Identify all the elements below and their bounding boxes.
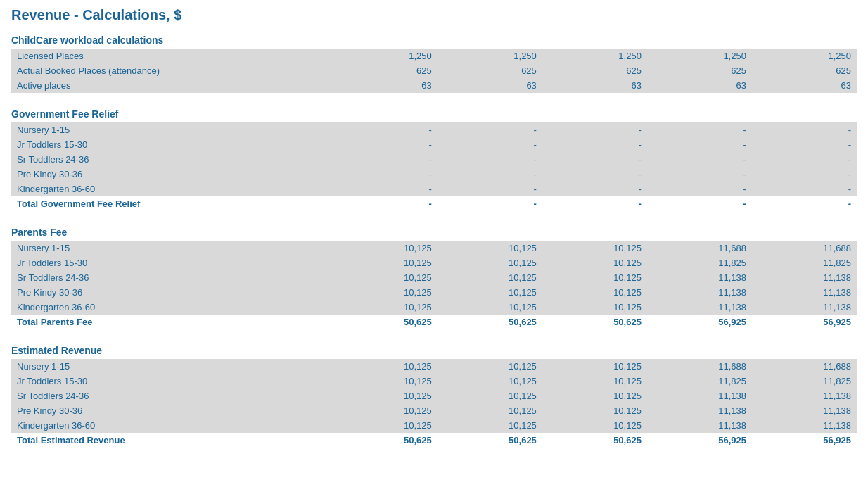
table-row: Sr Toddlers 24-3610,12510,12510,12511,13… bbox=[11, 389, 857, 403]
table-row: Sr Toddlers 24-36----- bbox=[11, 152, 857, 167]
cell-value: - bbox=[333, 196, 438, 211]
cell-value: 50,625 bbox=[542, 315, 647, 329]
cell-value: 10,125 bbox=[333, 300, 438, 315]
cell-value: - bbox=[333, 137, 438, 152]
cell-value: - bbox=[752, 167, 857, 182]
cell-value: 11,688 bbox=[647, 359, 752, 374]
cell-value: - bbox=[542, 122, 647, 137]
table-row: Pre Kindy 30-3610,12510,12510,12511,1381… bbox=[11, 285, 857, 300]
cell-value: 63 bbox=[752, 78, 857, 93]
cell-value: 11,138 bbox=[647, 300, 752, 315]
cell-value: 10,125 bbox=[438, 255, 542, 270]
cell-value: 10,125 bbox=[542, 241, 647, 255]
row-label: Kindergarten 36-60 bbox=[11, 182, 333, 196]
section-estimated-revenue: Estimated RevenueNursery 1-1510,12510,12… bbox=[11, 345, 857, 448]
row-label: Jr Toddlers 15-30 bbox=[11, 255, 333, 270]
cell-value: 10,125 bbox=[333, 270, 438, 285]
row-label: Pre Kindy 30-36 bbox=[11, 403, 333, 418]
cell-value: 56,925 bbox=[647, 433, 752, 448]
cell-value: 63 bbox=[438, 78, 542, 93]
cell-value: 10,125 bbox=[333, 389, 438, 403]
cell-value: 10,125 bbox=[438, 300, 542, 315]
cell-value: - bbox=[438, 152, 542, 167]
cell-value: - bbox=[647, 167, 752, 182]
cell-value: 50,625 bbox=[438, 433, 542, 448]
row-label: Kindergarten 36-60 bbox=[11, 300, 333, 315]
cell-value: - bbox=[438, 167, 542, 182]
cell-value: 10,125 bbox=[542, 285, 647, 300]
cell-value: 10,125 bbox=[438, 270, 542, 285]
cell-value: 63 bbox=[542, 78, 647, 93]
cell-value: 625 bbox=[542, 63, 647, 78]
cell-value: 10,125 bbox=[542, 300, 647, 315]
cell-value: 10,125 bbox=[542, 389, 647, 403]
row-label: Sr Toddlers 24-36 bbox=[11, 152, 333, 167]
section-title-parents-fee: Parents Fee bbox=[11, 227, 857, 238]
cell-value: - bbox=[647, 196, 752, 211]
cell-value: - bbox=[647, 182, 752, 196]
table-row: Kindergarten 36-6010,12510,12510,12511,1… bbox=[11, 418, 857, 433]
row-label: Nursery 1-15 bbox=[11, 122, 333, 137]
row-label: Licensed Places bbox=[11, 49, 333, 63]
cell-value: 11,138 bbox=[647, 403, 752, 418]
cell-value: 1,250 bbox=[333, 49, 438, 63]
cell-value: - bbox=[752, 122, 857, 137]
cell-value: 10,125 bbox=[333, 359, 438, 374]
cell-value: - bbox=[438, 122, 542, 137]
cell-value: 10,125 bbox=[333, 374, 438, 389]
page-title: Revenue - Calculations, $ bbox=[11, 7, 857, 23]
cell-value: 56,925 bbox=[752, 315, 857, 329]
table-row: Kindergarten 36-6010,12510,12510,12511,1… bbox=[11, 300, 857, 315]
cell-value: 625 bbox=[333, 63, 438, 78]
row-label: Total Government Fee Relief bbox=[11, 196, 333, 211]
cell-value: 56,925 bbox=[647, 315, 752, 329]
cell-value: 10,125 bbox=[333, 418, 438, 433]
row-label: Nursery 1-15 bbox=[11, 241, 333, 255]
cell-value: 11,825 bbox=[752, 255, 857, 270]
table-row: Jr Toddlers 15-3010,12510,12510,12511,82… bbox=[11, 255, 857, 270]
cell-value: 11,825 bbox=[752, 374, 857, 389]
cell-value: 11,138 bbox=[752, 418, 857, 433]
table-row: Pre Kindy 30-3610,12510,12510,12511,1381… bbox=[11, 403, 857, 418]
cell-value: 10,125 bbox=[333, 255, 438, 270]
cell-value: - bbox=[752, 196, 857, 211]
section-title-govt-fee-relief: Government Fee Relief bbox=[11, 108, 857, 120]
cell-value: 11,688 bbox=[752, 241, 857, 255]
table-row: Total Parents Fee50,62550,62550,62556,92… bbox=[11, 315, 857, 329]
cell-value: - bbox=[752, 137, 857, 152]
table-row: Licensed Places1,2501,2501,2501,2501,250 bbox=[11, 49, 857, 63]
cell-value: 10,125 bbox=[542, 374, 647, 389]
cell-value: - bbox=[752, 152, 857, 167]
cell-value: - bbox=[752, 182, 857, 196]
cell-value: 50,625 bbox=[333, 433, 438, 448]
row-label: Sr Toddlers 24-36 bbox=[11, 270, 333, 285]
cell-value: - bbox=[542, 152, 647, 167]
cell-value: 11,138 bbox=[752, 300, 857, 315]
cell-value: 10,125 bbox=[438, 418, 542, 433]
table-row: Kindergarten 36-60----- bbox=[11, 182, 857, 196]
cell-value: 63 bbox=[333, 78, 438, 93]
cell-value: 11,138 bbox=[752, 285, 857, 300]
cell-value: 1,250 bbox=[438, 49, 542, 63]
cell-value: 1,250 bbox=[542, 49, 647, 63]
row-label: Jr Toddlers 15-30 bbox=[11, 137, 333, 152]
cell-value: 10,125 bbox=[438, 359, 542, 374]
cell-value: 56,925 bbox=[752, 433, 857, 448]
cell-value: 11,688 bbox=[647, 241, 752, 255]
cell-value: 11,138 bbox=[647, 418, 752, 433]
table-row: Nursery 1-1510,12510,12510,12511,68811,6… bbox=[11, 241, 857, 255]
table-row: Total Estimated Revenue50,62550,62550,62… bbox=[11, 433, 857, 448]
cell-value: 10,125 bbox=[333, 241, 438, 255]
row-label: Total Estimated Revenue bbox=[11, 433, 333, 448]
cell-value: 11,825 bbox=[647, 374, 752, 389]
cell-value: 10,125 bbox=[333, 285, 438, 300]
section-title-childcare: ChildCare workload calculations bbox=[11, 34, 857, 46]
table-row: Total Government Fee Relief----- bbox=[11, 196, 857, 211]
row-label: Pre Kindy 30-36 bbox=[11, 285, 333, 300]
section-title-estimated-revenue: Estimated Revenue bbox=[11, 345, 857, 356]
section-childcare: ChildCare workload calculationsLicensed … bbox=[11, 34, 857, 99]
row-label: Sr Toddlers 24-36 bbox=[11, 389, 333, 403]
cell-value: 10,125 bbox=[438, 285, 542, 300]
cell-value: 11,138 bbox=[752, 389, 857, 403]
cell-value: - bbox=[438, 182, 542, 196]
